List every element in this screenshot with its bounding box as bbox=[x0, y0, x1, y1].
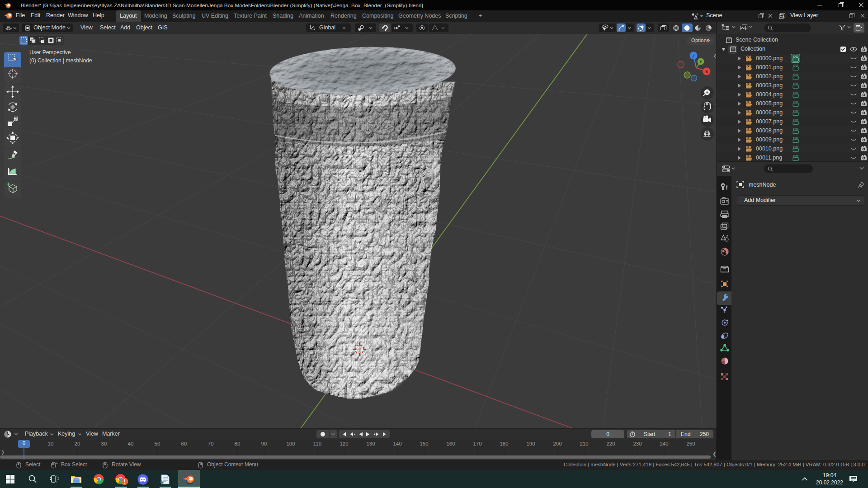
svg-text:Z: Z bbox=[692, 53, 695, 58]
svg-text:Y: Y bbox=[699, 60, 702, 64]
svg-text:X: X bbox=[705, 69, 708, 74]
